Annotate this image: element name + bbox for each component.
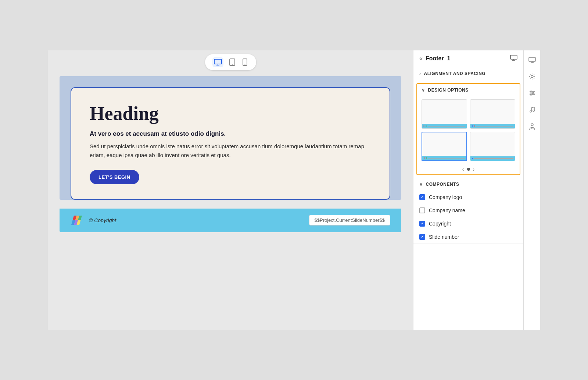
svg-point-24	[533, 92, 534, 94]
component-item-company-name: Company name	[413, 204, 523, 217]
right-sidebar	[523, 50, 540, 330]
company-logo-icon	[71, 215, 85, 226]
design-thumbnails	[417, 96, 520, 164]
copyright-checkbox[interactable]	[419, 221, 425, 227]
slide-number-label: Slide number	[429, 234, 459, 240]
svg-point-23	[530, 91, 532, 92]
copyright-text: © Copyright	[89, 217, 116, 223]
components-section: ∨ COMPONENTS Company logo Company name C…	[413, 178, 523, 244]
components-chevron-icon: ∨	[419, 182, 423, 187]
slide-content: Heading At vero eos et accusam at etiust…	[71, 87, 390, 200]
design-thumb-1[interactable]	[422, 99, 467, 129]
design-options-label: DESIGN OPTIONS	[428, 88, 469, 93]
slide-number-field: $$Project.CurrentSlideNumber$$	[309, 215, 390, 225]
svg-point-26	[530, 111, 531, 112]
svg-point-27	[533, 110, 534, 111]
carousel-next-btn[interactable]: ›	[473, 166, 475, 172]
carousel-controls: ‹ ›	[417, 164, 520, 174]
svg-point-6	[244, 64, 245, 65]
alignment-section-label: ALIGNMENT AND SPACING	[424, 71, 486, 76]
carousel-prev-btn[interactable]: ‹	[462, 166, 464, 172]
alignment-section[interactable]: › ALIGNMENT AND SPACING	[413, 67, 523, 80]
sidebar-settings-container	[527, 71, 538, 82]
components-section-header[interactable]: ∨ COMPONENTS	[413, 178, 523, 191]
carousel-dot	[467, 168, 470, 171]
company-logo-checkbox[interactable]	[419, 194, 425, 200]
panel-header: « Footer_1	[413, 50, 523, 67]
right-panel: « Footer_1 › ALIGNMENT AND SPACING	[413, 50, 523, 330]
component-item-slide-number: Slide number	[413, 230, 523, 244]
svg-point-19	[531, 75, 533, 78]
device-toolbar	[205, 54, 256, 70]
svg-rect-16	[529, 57, 535, 61]
tablet-btn[interactable]	[228, 57, 237, 67]
desktop-btn[interactable]	[212, 57, 223, 67]
slide-number-checkbox[interactable]	[419, 234, 425, 240]
footer-bar: © Copyright $$Project.CurrentSlideNumber…	[60, 209, 401, 232]
svg-point-4	[232, 64, 233, 65]
mobile-btn[interactable]	[241, 57, 249, 67]
slide-heading: Heading	[90, 103, 371, 124]
panel-title: Footer_1	[426, 55, 451, 62]
component-item-company-logo: Company logo	[413, 191, 523, 204]
svg-point-25	[530, 94, 532, 95]
canvas-area: Heading At vero eos et accusam at etiust…	[48, 50, 413, 330]
footer-left: © Copyright	[71, 215, 116, 226]
design-options-section: ∨ DESIGN OPTIONS	[416, 83, 520, 175]
sidebar-filter-btn[interactable]	[527, 88, 538, 98]
panel-back-icon[interactable]: «	[419, 55, 423, 62]
svg-rect-0	[214, 59, 222, 64]
component-item-copyright: Copyright	[413, 217, 523, 230]
cta-button[interactable]: LET'S BEGIN	[90, 170, 139, 184]
design-options-chevron-icon: ∨	[422, 88, 425, 93]
design-thumb-4[interactable]	[470, 132, 516, 161]
panel-title-group: « Footer_1	[419, 55, 450, 62]
alignment-chevron-icon: ›	[419, 71, 421, 76]
company-name-label: Company name	[429, 207, 465, 213]
sidebar-monitor-btn[interactable]	[526, 55, 538, 65]
design-thumb-2[interactable]	[470, 99, 516, 129]
sidebar-person-btn[interactable]	[527, 121, 537, 133]
slide-subheading: At vero eos et accusam at etiusto odio d…	[90, 130, 371, 138]
company-name-checkbox[interactable]	[419, 207, 425, 213]
panel-monitor-icon[interactable]	[510, 55, 517, 63]
design-options-header[interactable]: ∨ DESIGN OPTIONS	[417, 84, 520, 96]
components-section-label: COMPONENTS	[426, 182, 459, 187]
slide-body: Sed ut perspiciatis unde omnis iste natu…	[90, 142, 371, 160]
sidebar-settings-btn[interactable]	[527, 71, 538, 82]
company-logo-label: Company logo	[429, 194, 462, 200]
svg-point-28	[531, 124, 533, 126]
svg-rect-13	[510, 55, 517, 59]
sidebar-music-btn[interactable]	[527, 104, 537, 115]
design-thumb-3[interactable]	[422, 132, 467, 161]
copyright-label: Copyright	[429, 221, 451, 227]
alignment-section-header[interactable]: › ALIGNMENT AND SPACING	[413, 67, 523, 80]
